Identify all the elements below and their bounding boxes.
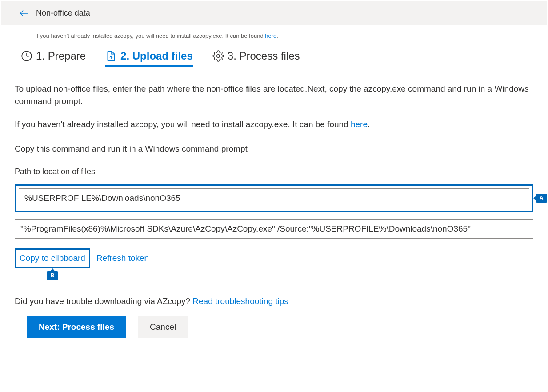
tab-upload[interactable]: 2. Upload files bbox=[105, 50, 193, 67]
wizard-tabs: 1. Prepare 2. Upload files 3. Process bbox=[1, 39, 547, 67]
install-note-body-suffix: . bbox=[368, 120, 370, 129]
install-note-body-link[interactable]: here bbox=[351, 120, 368, 129]
path-field-label: Path to location of files bbox=[15, 167, 533, 176]
install-note-body-prefix: If you haven't already installed azcopy,… bbox=[15, 120, 351, 129]
cancel-button[interactable]: Cancel bbox=[138, 316, 188, 338]
install-note-text: If you haven't already installed azcopy,… bbox=[35, 32, 265, 39]
svg-point-3 bbox=[217, 55, 220, 58]
gear-icon bbox=[212, 50, 224, 62]
path-input[interactable] bbox=[19, 188, 529, 208]
copy-button-callout: Copy to clipboard B bbox=[15, 248, 90, 268]
install-note-top: If you haven't already installed azcopy,… bbox=[1, 25, 547, 39]
clock-icon bbox=[21, 50, 32, 62]
copy-hint-text: Copy this command and run it in a Window… bbox=[15, 144, 533, 154]
install-note-suffix: . bbox=[276, 32, 278, 39]
next-process-files-button[interactable]: Next: Process files bbox=[27, 316, 126, 338]
tab-prepare-label: 1. Prepare bbox=[36, 50, 86, 62]
tab-process-label: 3. Process files bbox=[228, 50, 300, 62]
annotation-marker-b: B bbox=[47, 271, 58, 280]
upload-file-icon bbox=[105, 50, 117, 62]
panel-header: Non-office data bbox=[1, 1, 547, 25]
annotation-marker-a: A bbox=[536, 194, 547, 203]
tab-upload-label: 2. Upload files bbox=[120, 50, 193, 62]
copy-to-clipboard-button[interactable]: Copy to clipboard bbox=[20, 253, 85, 263]
troubleshoot-prefix: Did you have trouble downloading via AZc… bbox=[15, 296, 192, 306]
instructions-text: To upload non-office files, enter the pa… bbox=[15, 83, 533, 108]
troubleshoot-line: Did you have trouble downloading via AZc… bbox=[15, 296, 533, 306]
refresh-token-link[interactable]: Refresh token bbox=[96, 253, 149, 263]
command-output: "%ProgramFiles(x86)%\Microsoft SDKs\Azur… bbox=[15, 219, 533, 239]
tab-process[interactable]: 3. Process files bbox=[212, 50, 300, 67]
path-input-callout: A bbox=[15, 184, 533, 212]
install-note-link[interactable]: here bbox=[265, 32, 276, 39]
tab-prepare[interactable]: 1. Prepare bbox=[21, 50, 86, 67]
troubleshoot-link[interactable]: Read troubleshooting tips bbox=[192, 296, 288, 306]
panel-title: Non-office data bbox=[36, 8, 90, 18]
back-arrow-icon[interactable] bbox=[19, 8, 29, 18]
install-note-body: If you haven't already installed azcopy,… bbox=[15, 118, 533, 131]
